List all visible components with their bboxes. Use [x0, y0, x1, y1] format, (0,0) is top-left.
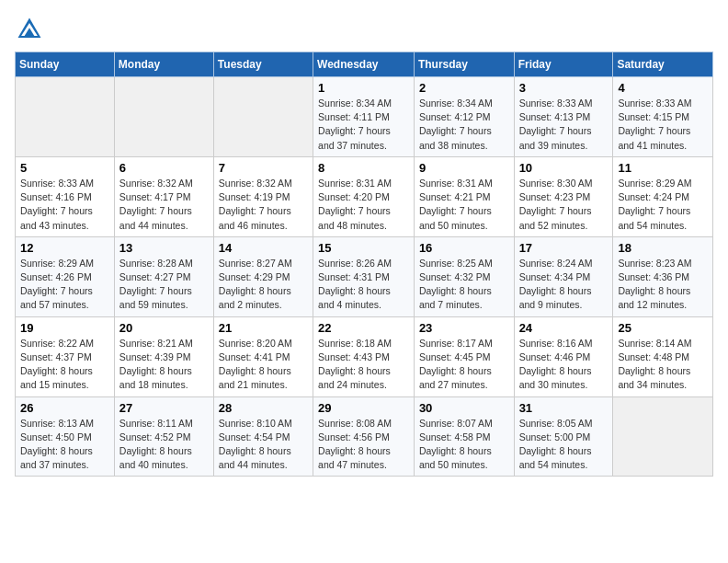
day-number: 7 [219, 161, 308, 175]
day-number: 21 [219, 321, 308, 335]
day-cell: 1Sunrise: 8:34 AM Sunset: 4:11 PM Daylig… [313, 77, 415, 157]
day-cell: 28Sunrise: 8:10 AM Sunset: 4:54 PM Dayli… [213, 396, 313, 477]
day-info: Sunrise: 8:27 AM Sunset: 4:29 PM Dayligh… [219, 257, 308, 313]
logo [15, 15, 48, 44]
day-number: 1 [318, 81, 409, 95]
day-number: 29 [318, 401, 409, 415]
day-number: 26 [20, 401, 109, 415]
col-header-friday: Friday [514, 52, 613, 77]
day-number: 6 [119, 161, 209, 175]
day-number: 30 [419, 401, 509, 415]
day-cell: 25Sunrise: 8:14 AM Sunset: 4:48 PM Dayli… [613, 316, 713, 396]
day-info: Sunrise: 8:32 AM Sunset: 4:19 PM Dayligh… [219, 177, 308, 233]
day-cell: 15Sunrise: 8:26 AM Sunset: 4:31 PM Dayli… [313, 236, 415, 316]
day-number: 16 [419, 241, 509, 255]
day-info: Sunrise: 8:10 AM Sunset: 4:54 PM Dayligh… [219, 417, 308, 473]
day-number: 17 [519, 241, 609, 255]
day-cell: 19Sunrise: 8:22 AM Sunset: 4:37 PM Dayli… [16, 316, 115, 396]
day-info: Sunrise: 8:08 AM Sunset: 4:56 PM Dayligh… [318, 417, 409, 473]
day-info: Sunrise: 8:22 AM Sunset: 4:37 PM Dayligh… [20, 337, 109, 393]
day-number: 13 [119, 241, 209, 255]
day-number: 8 [318, 161, 409, 175]
calendar-body: 1Sunrise: 8:34 AM Sunset: 4:11 PM Daylig… [16, 77, 713, 477]
day-number: 5 [20, 161, 109, 175]
day-info: Sunrise: 8:24 AM Sunset: 4:34 PM Dayligh… [519, 257, 609, 313]
day-cell: 4Sunrise: 8:33 AM Sunset: 4:15 PM Daylig… [613, 77, 713, 157]
day-cell: 22Sunrise: 8:18 AM Sunset: 4:43 PM Dayli… [313, 316, 415, 396]
day-cell: 7Sunrise: 8:32 AM Sunset: 4:19 PM Daylig… [213, 156, 313, 236]
day-number: 4 [618, 81, 708, 95]
week-row-3: 12Sunrise: 8:29 AM Sunset: 4:26 PM Dayli… [16, 236, 713, 316]
col-header-tuesday: Tuesday [213, 52, 313, 77]
day-info: Sunrise: 8:30 AM Sunset: 4:23 PM Dayligh… [519, 177, 609, 233]
day-number: 27 [119, 401, 209, 415]
day-info: Sunrise: 8:28 AM Sunset: 4:27 PM Dayligh… [119, 257, 209, 313]
day-cell: 30Sunrise: 8:07 AM Sunset: 4:58 PM Dayli… [414, 396, 514, 477]
week-row-2: 5Sunrise: 8:33 AM Sunset: 4:16 PM Daylig… [16, 156, 713, 236]
day-info: Sunrise: 8:33 AM Sunset: 4:15 PM Dayligh… [618, 97, 708, 153]
day-info: Sunrise: 8:32 AM Sunset: 4:17 PM Dayligh… [119, 177, 209, 233]
day-cell: 17Sunrise: 8:24 AM Sunset: 4:34 PM Dayli… [514, 236, 613, 316]
day-info: Sunrise: 8:34 AM Sunset: 4:12 PM Dayligh… [419, 97, 509, 153]
day-number: 3 [519, 81, 609, 95]
day-cell: 5Sunrise: 8:33 AM Sunset: 4:16 PM Daylig… [16, 156, 115, 236]
day-info: Sunrise: 8:34 AM Sunset: 4:11 PM Dayligh… [318, 97, 409, 153]
day-info: Sunrise: 8:21 AM Sunset: 4:39 PM Dayligh… [119, 337, 209, 393]
day-cell: 18Sunrise: 8:23 AM Sunset: 4:36 PM Dayli… [613, 236, 713, 316]
day-info: Sunrise: 8:13 AM Sunset: 4:50 PM Dayligh… [20, 417, 109, 473]
day-cell: 11Sunrise: 8:29 AM Sunset: 4:24 PM Dayli… [613, 156, 713, 236]
day-info: Sunrise: 8:05 AM Sunset: 5:00 PM Dayligh… [519, 417, 609, 473]
day-number: 20 [119, 321, 209, 335]
day-cell: 24Sunrise: 8:16 AM Sunset: 4:46 PM Dayli… [514, 316, 613, 396]
week-row-4: 19Sunrise: 8:22 AM Sunset: 4:37 PM Dayli… [16, 316, 713, 396]
day-cell: 6Sunrise: 8:32 AM Sunset: 4:17 PM Daylig… [114, 156, 213, 236]
day-number: 9 [419, 161, 509, 175]
week-row-5: 26Sunrise: 8:13 AM Sunset: 4:50 PM Dayli… [16, 396, 713, 477]
day-info: Sunrise: 8:11 AM Sunset: 4:52 PM Dayligh… [119, 417, 209, 473]
day-info: Sunrise: 8:18 AM Sunset: 4:43 PM Dayligh… [318, 337, 409, 393]
day-cell: 2Sunrise: 8:34 AM Sunset: 4:12 PM Daylig… [414, 77, 514, 157]
day-number: 12 [20, 241, 109, 255]
day-number: 15 [318, 241, 409, 255]
day-cell: 8Sunrise: 8:31 AM Sunset: 4:20 PM Daylig… [313, 156, 415, 236]
day-cell: 27Sunrise: 8:11 AM Sunset: 4:52 PM Dayli… [114, 396, 213, 477]
day-info: Sunrise: 8:20 AM Sunset: 4:41 PM Dayligh… [219, 337, 308, 393]
col-header-monday: Monday [114, 52, 213, 77]
calendar-table: SundayMondayTuesdayWednesdayThursdayFrid… [15, 52, 713, 477]
day-info: Sunrise: 8:33 AM Sunset: 4:16 PM Dayligh… [20, 177, 109, 233]
day-cell: 26Sunrise: 8:13 AM Sunset: 4:50 PM Dayli… [16, 396, 115, 477]
col-header-saturday: Saturday [613, 52, 713, 77]
day-info: Sunrise: 8:23 AM Sunset: 4:36 PM Dayligh… [618, 257, 708, 313]
day-number: 28 [219, 401, 308, 415]
day-info: Sunrise: 8:14 AM Sunset: 4:48 PM Dayligh… [618, 337, 708, 393]
day-cell: 13Sunrise: 8:28 AM Sunset: 4:27 PM Dayli… [114, 236, 213, 316]
day-number: 23 [419, 321, 509, 335]
day-number: 11 [618, 161, 708, 175]
day-info: Sunrise: 8:31 AM Sunset: 4:21 PM Dayligh… [419, 177, 509, 233]
day-number: 2 [419, 81, 509, 95]
day-cell: 9Sunrise: 8:31 AM Sunset: 4:21 PM Daylig… [414, 156, 514, 236]
day-info: Sunrise: 8:07 AM Sunset: 4:58 PM Dayligh… [419, 417, 509, 473]
day-info: Sunrise: 8:17 AM Sunset: 4:45 PM Dayligh… [419, 337, 509, 393]
col-header-thursday: Thursday [414, 52, 514, 77]
day-cell [613, 396, 713, 477]
day-cell: 29Sunrise: 8:08 AM Sunset: 4:56 PM Dayli… [313, 396, 415, 477]
day-number: 31 [519, 401, 609, 415]
page-header [15, 15, 713, 44]
day-number: 18 [618, 241, 708, 255]
day-cell: 3Sunrise: 8:33 AM Sunset: 4:13 PM Daylig… [514, 77, 613, 157]
day-number: 10 [519, 161, 609, 175]
day-info: Sunrise: 8:16 AM Sunset: 4:46 PM Dayligh… [519, 337, 609, 393]
day-cell: 12Sunrise: 8:29 AM Sunset: 4:26 PM Dayli… [16, 236, 115, 316]
col-header-wednesday: Wednesday [313, 52, 415, 77]
day-info: Sunrise: 8:29 AM Sunset: 4:24 PM Dayligh… [618, 177, 708, 233]
col-header-sunday: Sunday [16, 52, 115, 77]
day-cell: 10Sunrise: 8:30 AM Sunset: 4:23 PM Dayli… [514, 156, 613, 236]
logo-icon [15, 15, 44, 44]
day-cell: 23Sunrise: 8:17 AM Sunset: 4:45 PM Dayli… [414, 316, 514, 396]
day-number: 25 [618, 321, 708, 335]
day-number: 22 [318, 321, 409, 335]
column-headers: SundayMondayTuesdayWednesdayThursdayFrid… [16, 52, 713, 77]
day-number: 14 [219, 241, 308, 255]
day-info: Sunrise: 8:29 AM Sunset: 4:26 PM Dayligh… [20, 257, 109, 313]
